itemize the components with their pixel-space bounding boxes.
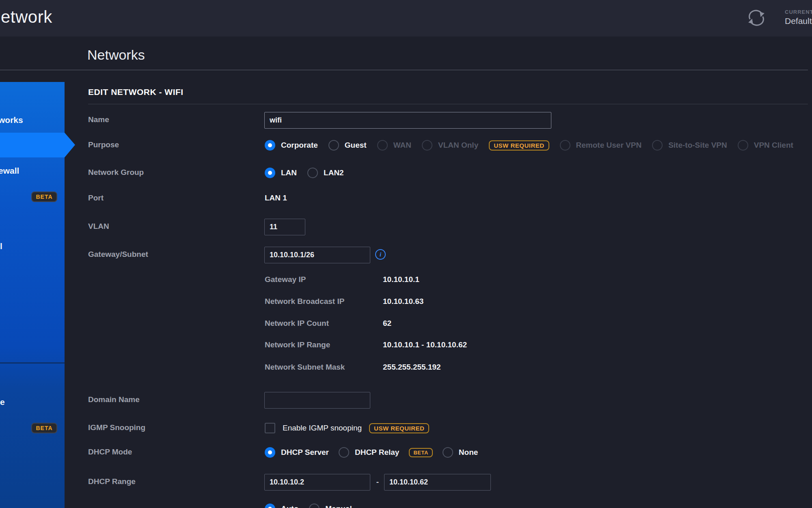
radio-option-lan2[interactable]: LAN2 <box>307 168 344 178</box>
igmp-snooping-label: IGMP Snooping <box>88 423 145 432</box>
radio-label: WAN <box>393 141 411 150</box>
radio-icon[interactable] <box>307 168 318 178</box>
radio-option-site-to-site-vpn: Site-to-Site VPN <box>652 140 727 151</box>
domain-name-label: Domain Name <box>88 395 140 404</box>
radio-option-lan[interactable]: LAN <box>265 168 297 178</box>
radio-label: Manual <box>325 504 352 508</box>
sidebar-beta-badge-1: BETA <box>31 192 57 202</box>
refresh-icon <box>747 9 766 27</box>
igmp-checkbox[interactable] <box>265 423 275 433</box>
radio-label: Site-to-Site VPN <box>668 141 727 150</box>
radio-icon <box>560 140 570 151</box>
sidebar-item-networks[interactable]: works <box>0 115 23 125</box>
usw-required-badge: USW REQUIRED <box>489 140 549 151</box>
vlan-label: VLAN <box>88 222 109 231</box>
app-window: etwork CURRENT Default works ewall BETA … <box>0 0 812 508</box>
current-site-label: CURRENT <box>785 9 812 15</box>
divider <box>0 70 808 70</box>
network-group-radio-group: LAN LAN2 <box>265 167 344 179</box>
radio-icon[interactable] <box>309 504 320 508</box>
gateway-ip-value: 10.10.10.1 <box>383 275 419 284</box>
vlan-input[interactable] <box>264 219 305 235</box>
radio-label: LAN <box>281 168 297 177</box>
radio-label: None <box>459 448 478 457</box>
radio-icon <box>652 140 663 151</box>
radio-option-corporate[interactable]: Corporate <box>265 140 318 151</box>
sidebar-item-firewall[interactable]: ewall <box>0 166 19 176</box>
current-site-selector[interactable]: CURRENT Default <box>785 9 812 26</box>
network-ip-count-value: 62 <box>383 319 391 328</box>
radio-option-guest[interactable]: Guest <box>328 140 367 151</box>
dhcp-mode-radio-group: DHCP Server DHCP Relay BETA None <box>265 447 478 458</box>
radio-icon <box>422 140 432 151</box>
network-broadcast-ip-value: 10.10.10.63 <box>383 297 423 306</box>
radio-label: Auto <box>281 504 298 508</box>
section-title: EDIT NETWORK - WIFI <box>88 87 184 97</box>
dhcp-range-separator: - <box>373 478 382 486</box>
dhcp-range-end-input[interactable] <box>384 474 491 491</box>
sidebar-item-partial-l[interactable]: l <box>0 241 2 251</box>
usw-required-badge: USW REQUIRED <box>369 423 429 433</box>
refresh-button[interactable] <box>747 9 766 27</box>
sidebar-beta-badge-2: BETA <box>31 423 57 433</box>
network-broadcast-ip-label: Network Broadcast IP <box>265 297 344 306</box>
dhcp-range-label: DHCP Range <box>88 477 136 486</box>
topbar: etwork CURRENT Default <box>0 0 812 37</box>
purpose-label: Purpose <box>88 140 119 149</box>
name-input[interactable] <box>264 112 551 129</box>
beta-badge: BETA <box>409 448 432 457</box>
radio-label: Corporate <box>281 141 318 150</box>
radio-label: DHCP Relay <box>355 448 399 457</box>
app-title: etwork <box>1 7 52 27</box>
gateway-subnet-input[interactable] <box>264 247 370 263</box>
port-label: Port <box>88 194 104 202</box>
info-icon[interactable]: i <box>375 249 386 260</box>
radio-icon <box>377 140 388 151</box>
radio-icon[interactable] <box>265 447 275 458</box>
radio-icon[interactable] <box>328 140 339 151</box>
radio-label: DHCP Server <box>281 448 329 457</box>
gateway-ip-label: Gateway IP <box>265 275 306 284</box>
dhcp-mode-label: DHCP Mode <box>88 448 132 456</box>
domain-name-input[interactable] <box>264 392 370 409</box>
port-value: LAN 1 <box>265 194 287 202</box>
radio-label: VPN Client <box>754 141 793 150</box>
igmp-checkbox-label: Enable IGMP snooping <box>283 424 362 433</box>
dhcp-dns-radio-group-cutoff: Auto Manual <box>265 503 352 508</box>
network-group-label: Network Group <box>88 168 144 177</box>
radio-icon[interactable] <box>265 504 275 508</box>
settings-sidebar: works ewall BETA l e BETA <box>0 82 65 508</box>
divider <box>88 104 808 104</box>
sidebar-separator <box>0 362 65 364</box>
radio-icon[interactable] <box>265 140 275 151</box>
network-ip-range-label: Network IP Range <box>265 340 330 349</box>
radio-icon[interactable] <box>443 447 453 458</box>
network-subnet-mask-value: 255.255.255.192 <box>383 363 441 372</box>
current-site-value: Default <box>785 16 812 26</box>
radio-label: Remote User VPN <box>576 141 642 150</box>
dhcp-range-start-input[interactable] <box>264 474 370 491</box>
radio-icon[interactable] <box>339 447 349 458</box>
radio-label: VLAN Only <box>438 141 478 150</box>
igmp-snooping-control: Enable IGMP snooping USW REQUIRED <box>265 422 429 434</box>
radio-option-auto[interactable]: Auto <box>265 504 298 508</box>
name-label: Name <box>88 115 109 124</box>
page-title: Networks <box>87 47 145 63</box>
radio-label: Guest <box>345 141 367 150</box>
purpose-radio-group: Corporate Guest WAN VLAN Only USW REQUIR… <box>265 140 793 151</box>
sidebar-item-selected[interactable] <box>0 133 65 157</box>
radio-option-vpn-client: VPN Client <box>738 140 793 151</box>
radio-option-none[interactable]: None <box>443 447 478 458</box>
radio-option-dhcp-server[interactable]: DHCP Server <box>265 447 329 458</box>
radio-option-dhcp-relay[interactable]: DHCP Relay <box>339 447 399 458</box>
radio-icon <box>738 140 748 151</box>
radio-label: LAN2 <box>324 168 344 177</box>
sidebar-item-partial-e[interactable]: e <box>0 397 5 407</box>
radio-option-vlan-only: VLAN Only <box>422 140 478 151</box>
network-ip-count-label: Network IP Count <box>265 319 329 328</box>
network-subnet-mask-label: Network Subnet Mask <box>265 363 345 372</box>
radio-icon[interactable] <box>265 168 275 178</box>
radio-option-wan: WAN <box>377 140 411 151</box>
network-ip-range-value: 10.10.10.1 - 10.10.10.62 <box>383 340 467 349</box>
radio-option-manual[interactable]: Manual <box>309 504 352 508</box>
